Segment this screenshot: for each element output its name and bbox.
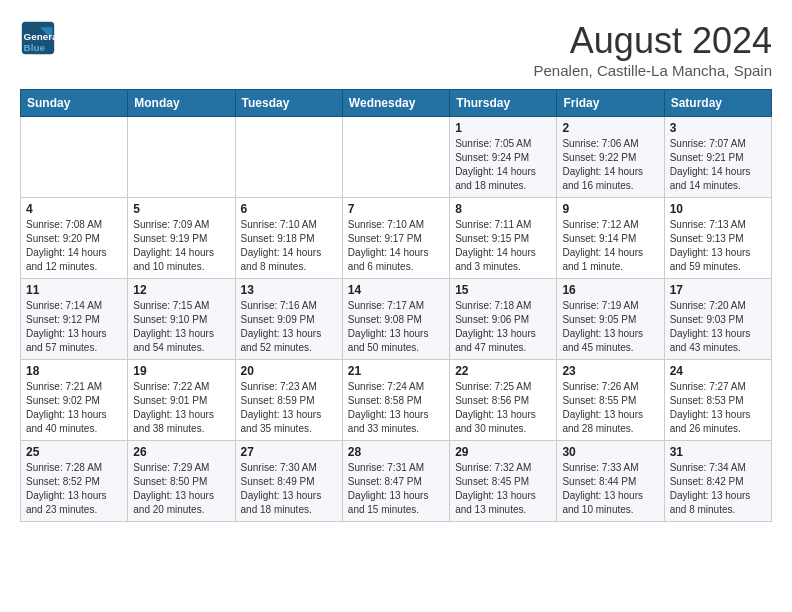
day-number: 23 xyxy=(562,364,658,378)
day-info: Sunrise: 7:09 AM Sunset: 9:19 PM Dayligh… xyxy=(133,218,229,274)
day-number: 5 xyxy=(133,202,229,216)
calendar-cell: 15Sunrise: 7:18 AM Sunset: 9:06 PM Dayli… xyxy=(450,279,557,360)
day-info: Sunrise: 7:10 AM Sunset: 9:17 PM Dayligh… xyxy=(348,218,444,274)
day-number: 30 xyxy=(562,445,658,459)
day-info: Sunrise: 7:32 AM Sunset: 8:45 PM Dayligh… xyxy=(455,461,551,517)
day-info: Sunrise: 7:24 AM Sunset: 8:58 PM Dayligh… xyxy=(348,380,444,436)
calendar-week-2: 4Sunrise: 7:08 AM Sunset: 9:20 PM Daylig… xyxy=(21,198,772,279)
day-info: Sunrise: 7:16 AM Sunset: 9:09 PM Dayligh… xyxy=(241,299,337,355)
day-info: Sunrise: 7:21 AM Sunset: 9:02 PM Dayligh… xyxy=(26,380,122,436)
day-info: Sunrise: 7:26 AM Sunset: 8:55 PM Dayligh… xyxy=(562,380,658,436)
calendar-cell: 7Sunrise: 7:10 AM Sunset: 9:17 PM Daylig… xyxy=(342,198,449,279)
day-number: 21 xyxy=(348,364,444,378)
calendar-cell xyxy=(128,117,235,198)
day-number: 7 xyxy=(348,202,444,216)
svg-text:General: General xyxy=(24,31,56,42)
calendar-cell: 6Sunrise: 7:10 AM Sunset: 9:18 PM Daylig… xyxy=(235,198,342,279)
calendar-cell: 21Sunrise: 7:24 AM Sunset: 8:58 PM Dayli… xyxy=(342,360,449,441)
calendar-week-5: 25Sunrise: 7:28 AM Sunset: 8:52 PM Dayli… xyxy=(21,441,772,522)
day-number: 11 xyxy=(26,283,122,297)
day-number: 25 xyxy=(26,445,122,459)
day-number: 1 xyxy=(455,121,551,135)
weekday-header-saturday: Saturday xyxy=(664,90,771,117)
month-title: August 2024 xyxy=(534,20,772,62)
day-number: 31 xyxy=(670,445,766,459)
calendar-cell: 5Sunrise: 7:09 AM Sunset: 9:19 PM Daylig… xyxy=(128,198,235,279)
day-info: Sunrise: 7:11 AM Sunset: 9:15 PM Dayligh… xyxy=(455,218,551,274)
day-info: Sunrise: 7:19 AM Sunset: 9:05 PM Dayligh… xyxy=(562,299,658,355)
day-info: Sunrise: 7:07 AM Sunset: 9:21 PM Dayligh… xyxy=(670,137,766,193)
weekday-header-row: SundayMondayTuesdayWednesdayThursdayFrid… xyxy=(21,90,772,117)
day-info: Sunrise: 7:14 AM Sunset: 9:12 PM Dayligh… xyxy=(26,299,122,355)
day-info: Sunrise: 7:34 AM Sunset: 8:42 PM Dayligh… xyxy=(670,461,766,517)
calendar-cell: 22Sunrise: 7:25 AM Sunset: 8:56 PM Dayli… xyxy=(450,360,557,441)
day-number: 4 xyxy=(26,202,122,216)
day-info: Sunrise: 7:12 AM Sunset: 9:14 PM Dayligh… xyxy=(562,218,658,274)
weekday-header-tuesday: Tuesday xyxy=(235,90,342,117)
calendar-cell: 10Sunrise: 7:13 AM Sunset: 9:13 PM Dayli… xyxy=(664,198,771,279)
day-number: 10 xyxy=(670,202,766,216)
calendar-cell: 18Sunrise: 7:21 AM Sunset: 9:02 PM Dayli… xyxy=(21,360,128,441)
day-number: 16 xyxy=(562,283,658,297)
calendar-cell: 4Sunrise: 7:08 AM Sunset: 9:20 PM Daylig… xyxy=(21,198,128,279)
calendar-cell: 14Sunrise: 7:17 AM Sunset: 9:08 PM Dayli… xyxy=(342,279,449,360)
calendar-cell: 16Sunrise: 7:19 AM Sunset: 9:05 PM Dayli… xyxy=(557,279,664,360)
calendar-cell: 20Sunrise: 7:23 AM Sunset: 8:59 PM Dayli… xyxy=(235,360,342,441)
day-info: Sunrise: 7:28 AM Sunset: 8:52 PM Dayligh… xyxy=(26,461,122,517)
day-info: Sunrise: 7:08 AM Sunset: 9:20 PM Dayligh… xyxy=(26,218,122,274)
calendar-cell: 26Sunrise: 7:29 AM Sunset: 8:50 PM Dayli… xyxy=(128,441,235,522)
day-number: 14 xyxy=(348,283,444,297)
calendar-cell: 13Sunrise: 7:16 AM Sunset: 9:09 PM Dayli… xyxy=(235,279,342,360)
day-number: 17 xyxy=(670,283,766,297)
day-info: Sunrise: 7:05 AM Sunset: 9:24 PM Dayligh… xyxy=(455,137,551,193)
page-header: General Blue August 2024 Penalen, Castil… xyxy=(20,20,772,79)
day-info: Sunrise: 7:10 AM Sunset: 9:18 PM Dayligh… xyxy=(241,218,337,274)
day-info: Sunrise: 7:25 AM Sunset: 8:56 PM Dayligh… xyxy=(455,380,551,436)
weekday-header-wednesday: Wednesday xyxy=(342,90,449,117)
day-number: 19 xyxy=(133,364,229,378)
calendar-cell: 2Sunrise: 7:06 AM Sunset: 9:22 PM Daylig… xyxy=(557,117,664,198)
weekday-header-thursday: Thursday xyxy=(450,90,557,117)
calendar-cell: 29Sunrise: 7:32 AM Sunset: 8:45 PM Dayli… xyxy=(450,441,557,522)
calendar-cell xyxy=(235,117,342,198)
day-number: 6 xyxy=(241,202,337,216)
logo: General Blue xyxy=(20,20,60,56)
day-number: 15 xyxy=(455,283,551,297)
day-info: Sunrise: 7:23 AM Sunset: 8:59 PM Dayligh… xyxy=(241,380,337,436)
calendar-cell: 8Sunrise: 7:11 AM Sunset: 9:15 PM Daylig… xyxy=(450,198,557,279)
day-number: 22 xyxy=(455,364,551,378)
day-number: 13 xyxy=(241,283,337,297)
calendar-cell: 3Sunrise: 7:07 AM Sunset: 9:21 PM Daylig… xyxy=(664,117,771,198)
day-info: Sunrise: 7:22 AM Sunset: 9:01 PM Dayligh… xyxy=(133,380,229,436)
calendar-week-4: 18Sunrise: 7:21 AM Sunset: 9:02 PM Dayli… xyxy=(21,360,772,441)
weekday-header-friday: Friday xyxy=(557,90,664,117)
day-number: 28 xyxy=(348,445,444,459)
svg-text:Blue: Blue xyxy=(24,42,46,53)
calendar-cell: 24Sunrise: 7:27 AM Sunset: 8:53 PM Dayli… xyxy=(664,360,771,441)
calendar-cell: 11Sunrise: 7:14 AM Sunset: 9:12 PM Dayli… xyxy=(21,279,128,360)
day-number: 24 xyxy=(670,364,766,378)
day-number: 26 xyxy=(133,445,229,459)
day-number: 18 xyxy=(26,364,122,378)
day-info: Sunrise: 7:13 AM Sunset: 9:13 PM Dayligh… xyxy=(670,218,766,274)
calendar-week-3: 11Sunrise: 7:14 AM Sunset: 9:12 PM Dayli… xyxy=(21,279,772,360)
day-info: Sunrise: 7:31 AM Sunset: 8:47 PM Dayligh… xyxy=(348,461,444,517)
calendar-cell xyxy=(342,117,449,198)
day-number: 29 xyxy=(455,445,551,459)
day-number: 12 xyxy=(133,283,229,297)
calendar-cell: 19Sunrise: 7:22 AM Sunset: 9:01 PM Dayli… xyxy=(128,360,235,441)
day-number: 20 xyxy=(241,364,337,378)
weekday-header-sunday: Sunday xyxy=(21,90,128,117)
day-info: Sunrise: 7:30 AM Sunset: 8:49 PM Dayligh… xyxy=(241,461,337,517)
day-info: Sunrise: 7:33 AM Sunset: 8:44 PM Dayligh… xyxy=(562,461,658,517)
logo-icon: General Blue xyxy=(20,20,56,56)
weekday-header-monday: Monday xyxy=(128,90,235,117)
calendar-cell: 1Sunrise: 7:05 AM Sunset: 9:24 PM Daylig… xyxy=(450,117,557,198)
calendar-cell: 30Sunrise: 7:33 AM Sunset: 8:44 PM Dayli… xyxy=(557,441,664,522)
title-block: August 2024 Penalen, Castille-La Mancha,… xyxy=(534,20,772,79)
calendar-cell: 28Sunrise: 7:31 AM Sunset: 8:47 PM Dayli… xyxy=(342,441,449,522)
day-info: Sunrise: 7:15 AM Sunset: 9:10 PM Dayligh… xyxy=(133,299,229,355)
day-info: Sunrise: 7:27 AM Sunset: 8:53 PM Dayligh… xyxy=(670,380,766,436)
calendar-cell xyxy=(21,117,128,198)
calendar-cell: 27Sunrise: 7:30 AM Sunset: 8:49 PM Dayli… xyxy=(235,441,342,522)
